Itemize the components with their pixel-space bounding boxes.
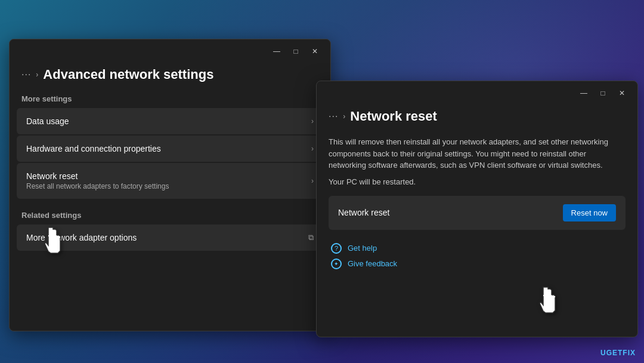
title-bar-right: — □ ✕ (317, 81, 637, 105)
list-item-adapter-content: More network adapter options (26, 233, 137, 242)
title-bar-controls-left: — □ ✕ (268, 45, 323, 57)
reset-row-label: Network reset (338, 208, 389, 217)
page-title-right: Network reset (350, 109, 437, 124)
minimize-button-left[interactable]: — (268, 45, 285, 57)
list-item-data-usage-content: Data usage (26, 116, 69, 126)
svg-rect-5 (552, 296, 555, 297)
list-item-data-usage[interactable]: Data usage › (17, 108, 323, 134)
title-bar-left: — □ ✕ (10, 39, 330, 63)
right-window-content: This will remove then reinstall all your… (317, 131, 637, 282)
maximize-button-left[interactable]: □ (287, 45, 304, 57)
cursor-right (537, 284, 567, 322)
window-network-reset: — □ ✕ ··· › Network reset This will remo… (316, 81, 638, 337)
network-reset-chevron-icon: › (311, 177, 314, 185)
help-links: ? Get help ✦ Give feedback (329, 239, 626, 273)
close-button-left[interactable]: ✕ (306, 45, 323, 57)
give-feedback-label: Give feedback (348, 259, 397, 268)
get-help-link[interactable]: ? Get help (331, 243, 623, 254)
watermark: UGETFIX (600, 349, 636, 357)
window-advanced-network-settings: — □ ✕ ··· › Advanced network settings Mo… (9, 39, 331, 331)
data-usage-chevron-icon: › (311, 117, 314, 125)
list-item-hardware-label: Hardware and connection properties (26, 144, 161, 153)
external-link-icon: ⧉ (308, 233, 314, 242)
get-help-label: Get help (348, 244, 377, 253)
svg-rect-4 (548, 295, 552, 296)
list-item-hardware-connection[interactable]: Hardware and connection properties › (17, 136, 323, 162)
watermark-prefix: UGET (600, 349, 623, 357)
watermark-suffix: FIX (623, 349, 636, 357)
section-more-settings: More settings (10, 90, 330, 107)
list-item-more-adapter-options[interactable]: More network adapter options ⧉ (17, 224, 323, 251)
list-item-network-reset[interactable]: Network reset Reset all network adapters… (17, 163, 323, 199)
reset-now-button[interactable]: Reset now (563, 204, 616, 222)
close-button-right[interactable]: ✕ (614, 87, 630, 99)
maximize-button-right[interactable]: □ (595, 87, 611, 99)
minimize-button-right[interactable]: — (575, 87, 592, 99)
restart-notice: Your PC will be restarted. (329, 177, 626, 186)
nav-chevron-left: › (36, 70, 38, 79)
list-item-data-usage-label: Data usage (26, 116, 69, 126)
reset-row: Network reset Reset now (329, 196, 626, 230)
network-reset-description: This will remove then reinstall all your… (329, 136, 626, 171)
list-item-adapter-label: More network adapter options (26, 233, 137, 242)
list-item-network-reset-label: Network reset (26, 171, 169, 181)
nav-dots-right[interactable]: ··· (329, 111, 338, 122)
give-feedback-icon: ✦ (331, 259, 342, 269)
page-title-left: Advanced network settings (43, 67, 213, 82)
get-help-icon: ? (331, 243, 342, 254)
svg-rect-3 (543, 295, 548, 296)
nav-area-left: ··· › Advanced network settings (10, 63, 330, 90)
nav-area-right: ··· › Network reset (317, 105, 637, 131)
nav-chevron-right: › (343, 112, 345, 121)
hardware-chevron-icon: › (311, 144, 314, 153)
list-item-network-reset-sub: Reset all network adapters to factory se… (26, 182, 169, 190)
section-related-settings: Related settings (10, 206, 330, 223)
list-item-network-reset-content: Network reset Reset all network adapters… (26, 171, 169, 190)
list-item-hardware-content: Hardware and connection properties (26, 144, 161, 153)
title-bar-controls-right: — □ ✕ (575, 87, 630, 99)
give-feedback-link[interactable]: ✦ Give feedback (331, 259, 623, 269)
nav-dots-left[interactable]: ··· (21, 69, 31, 80)
